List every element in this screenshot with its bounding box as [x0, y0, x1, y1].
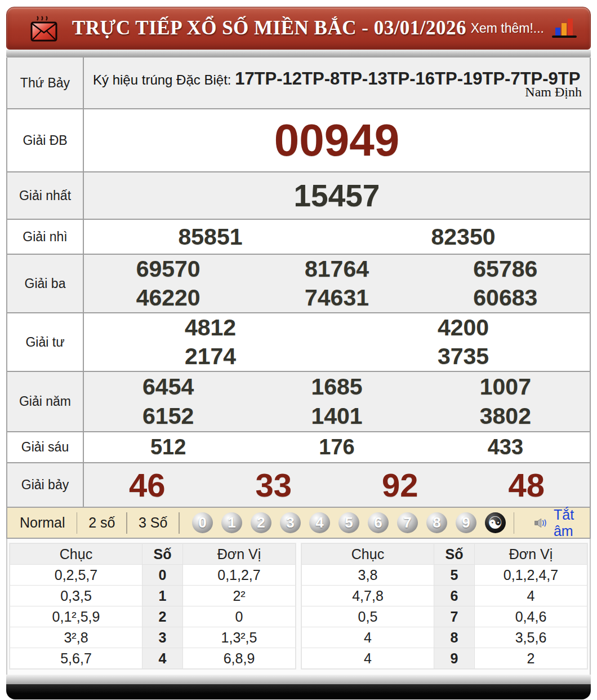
prize-number: 4200	[438, 314, 489, 341]
bar-chart-icon[interactable]	[552, 17, 578, 39]
fourth-prize-row: Giải tư 4812 4200 2174 3735	[7, 313, 590, 372]
separator	[514, 512, 514, 534]
mute-button[interactable]: Tắt âm	[514, 507, 584, 539]
table-header-row: Chục Số Đơn Vị	[10, 544, 296, 565]
prize-number: 60683	[473, 285, 537, 311]
province-name: Nam Định	[525, 82, 582, 103]
prize-number: 65786	[473, 256, 537, 282]
first-prize-label: Giải nhất	[7, 172, 84, 219]
digit-ball-6[interactable]: 6	[368, 512, 389, 533]
info-row: Thứ Bảy Ký hiệu trúng Đặc Biệt: 17TP-12T…	[7, 57, 590, 109]
footer-bar	[6, 684, 591, 699]
tens-cell: 4	[302, 627, 434, 648]
units-cell: 6,8,9	[183, 648, 296, 669]
tens-cell: 3²,8	[10, 627, 142, 648]
prize-number: 3735	[438, 343, 489, 370]
prize-number: 82350	[431, 224, 495, 250]
digit-ball-7[interactable]: 7	[397, 512, 418, 533]
prize-number: 1401	[311, 403, 362, 429]
units-cell: 2	[475, 648, 587, 669]
table-row: 3²,8 3 1,3²,5	[10, 627, 296, 648]
prize-number: 33	[255, 466, 292, 504]
digit-cell: 1	[142, 586, 183, 606]
units-cell: 2²	[183, 586, 296, 606]
units-cell: 4	[475, 586, 587, 606]
tab-3-digits[interactable]: 3 Số	[127, 515, 179, 531]
fourth-prize-label: Giải tư	[7, 313, 84, 371]
statistics-section: Chục Số Đơn Vị 0,2,5,7 0 0,1,2,7 0,3,5 1…	[6, 539, 591, 675]
table-row: 4 8 3,5,6	[302, 627, 587, 648]
yin-yang-icon[interactable]: ☯	[485, 512, 506, 533]
digit-ball-row: 0 1 2 3 4 5 6 7 8 9 ☯	[192, 512, 506, 533]
digit-cell: 5	[434, 565, 475, 586]
title-bar: TRỰC TIẾP XỔ SỐ MIỀN BẮC - 03/01/2026 Xe…	[6, 7, 591, 50]
digit-ball-9[interactable]: 9	[456, 512, 476, 533]
units-cell: 0,4,6	[475, 606, 587, 627]
second-prize-row: Giải nhì 85851 82350	[7, 220, 590, 255]
digit-cell: 4	[142, 648, 183, 669]
special-prize-label: Giải ĐB	[7, 109, 84, 171]
first-prize-number: 15457	[294, 178, 380, 214]
tens-cell: 5,6,7	[10, 648, 142, 669]
digit-ball-0[interactable]: 0	[192, 512, 213, 533]
special-prize-row: Giải ĐB 00949	[7, 109, 590, 172]
table-header-row: Chục Số Đơn Vị	[302, 544, 587, 565]
digit-ball-5[interactable]: 5	[338, 512, 359, 533]
lottery-widget: TRỰC TIẾP XỔ SỐ MIỀN BẮC - 03/01/2026 Xe…	[6, 7, 591, 699]
page-title: TRỰC TIẾP XỔ SỐ MIỀN BẮC - 03/01/2026	[72, 17, 466, 39]
tens-cell: 0,5	[302, 606, 434, 627]
special-sign-cell: Ký hiệu trúng Đặc Biệt: 17TP-12TP-8TP-13…	[84, 57, 590, 108]
tens-cell: 0,2,5,7	[10, 565, 142, 586]
tens-cell: 0,1²,5,9	[10, 606, 142, 627]
units-cell: 1,3²,5	[183, 627, 296, 648]
prize-number: 6152	[142, 403, 194, 429]
prize-number: 85851	[178, 224, 242, 250]
prize-number: 4812	[185, 314, 236, 341]
column-header: Đơn Vị	[183, 544, 296, 565]
see-more-link[interactable]: Xem thêm!...	[471, 21, 544, 36]
digit-cell: 2	[142, 606, 183, 627]
prize-number: 6454	[142, 374, 194, 400]
units-cell: 0	[183, 606, 296, 627]
digit-cell: 8	[434, 627, 475, 648]
prize-number: 69570	[136, 256, 201, 282]
special-prize-number: 00949	[274, 114, 399, 166]
table-row: 3,8 5 0,1,2,4,7	[302, 565, 587, 586]
tab-2-digits[interactable]: 2 số	[77, 515, 126, 531]
digit-ball-1[interactable]: 1	[221, 512, 242, 533]
units-cell: 0,1,2,7	[183, 565, 296, 586]
digit-ball-3[interactable]: 3	[280, 512, 301, 533]
controls-bar: Normal 2 số 3 Số 0 1 2 3 4 5 6 7 8 9 ☯	[6, 508, 591, 539]
tab-normal[interactable]: Normal	[17, 515, 77, 531]
prize-number: 176	[319, 435, 354, 459]
prize-number: 46	[129, 466, 166, 504]
digit-ball-8[interactable]: 8	[426, 512, 447, 533]
tens-cell: 4	[302, 648, 434, 669]
separator	[179, 512, 180, 534]
prize-number: 92	[382, 466, 418, 504]
table-row: 0,5 7 0,4,6	[302, 606, 587, 627]
first-prize-row: Giải nhất 15457	[7, 172, 590, 220]
prize-number: 2174	[185, 343, 236, 370]
sixth-prize-row: Giải sáu 512 176 433	[7, 432, 590, 463]
second-prize-label: Giải nhì	[7, 220, 84, 254]
prize-number: 1007	[480, 374, 531, 400]
units-cell: 0,1,2,4,7	[475, 565, 587, 586]
table-row: 4,7,8 6 4	[302, 586, 587, 606]
fifth-prize-row: Giải năm 6454 1685 1007 6152 1401 3802	[7, 372, 590, 432]
frame-strip-bottom	[6, 675, 591, 684]
digit-ball-4[interactable]: 4	[309, 512, 330, 533]
digit-ball-2[interactable]: 2	[251, 512, 271, 533]
column-header: Số	[142, 544, 183, 565]
speaker-icon	[534, 516, 548, 530]
frame-strip-top	[6, 50, 591, 57]
units-cell: 3,5,6	[475, 627, 587, 648]
sign-label: Ký hiệu trúng Đặc Biệt:	[93, 72, 235, 87]
tens-cell: 4,7,8	[302, 586, 434, 606]
weekday-label: Thứ Bảy	[7, 57, 84, 108]
prize-number: 46220	[136, 285, 201, 311]
digit-cell: 7	[434, 606, 475, 627]
sixth-prize-label: Giải sáu	[7, 432, 84, 462]
third-prize-row: Giải ba 69570 81764 65786 46220 74631 60…	[7, 255, 590, 313]
prize-number: 512	[150, 435, 186, 459]
